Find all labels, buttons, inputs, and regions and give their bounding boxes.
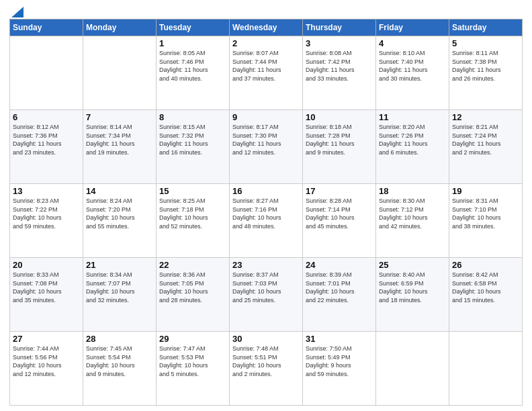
day-info: Sunrise: 8:40 AM Sunset: 6:59 PM Dayligh… — [379, 271, 446, 304]
day-info: Sunrise: 8:11 AM Sunset: 7:38 PM Dayligh… — [452, 49, 519, 83]
weekday-header-saturday: Saturday — [449, 19, 523, 36]
day-number: 18 — [379, 186, 446, 196]
day-info: Sunrise: 8:23 AM Sunset: 7:22 PM Dayligh… — [13, 197, 80, 230]
day-info: Sunrise: 8:10 AM Sunset: 7:40 PM Dayligh… — [379, 49, 446, 83]
weekday-header-row: SundayMondayTuesdayWednesdayThursdayFrid… — [10, 19, 523, 36]
calendar-cell: 19Sunrise: 8:31 AM Sunset: 7:10 PM Dayli… — [449, 184, 523, 258]
day-number: 16 — [232, 186, 300, 196]
calendar-cell: 30Sunrise: 7:48 AM Sunset: 5:51 PM Dayli… — [230, 332, 303, 406]
calendar-cell: 5Sunrise: 8:11 AM Sunset: 7:38 PM Daylig… — [449, 36, 523, 110]
day-info: Sunrise: 8:34 AM Sunset: 7:07 PM Dayligh… — [86, 271, 153, 304]
calendar-cell: 25Sunrise: 8:40 AM Sunset: 6:59 PM Dayli… — [376, 258, 449, 332]
day-info: Sunrise: 8:14 AM Sunset: 7:34 PM Dayligh… — [86, 123, 153, 156]
calendar-cell: 26Sunrise: 8:42 AM Sunset: 6:58 PM Dayli… — [449, 258, 523, 332]
calendar-cell: 12Sunrise: 8:21 AM Sunset: 7:24 PM Dayli… — [449, 110, 523, 184]
calendar-cell: 6Sunrise: 8:12 AM Sunset: 7:36 PM Daylig… — [10, 110, 83, 184]
day-number: 3 — [306, 38, 373, 48]
day-info: Sunrise: 8:07 AM Sunset: 7:44 PM Dayligh… — [232, 49, 300, 83]
weekday-header-friday: Friday — [376, 19, 449, 36]
calendar-cell: 17Sunrise: 8:28 AM Sunset: 7:14 PM Dayli… — [303, 184, 376, 258]
day-number: 30 — [232, 334, 300, 344]
day-number: 21 — [86, 260, 153, 270]
calendar-cell: 7Sunrise: 8:14 AM Sunset: 7:34 PM Daylig… — [83, 110, 157, 184]
weekday-header-sunday: Sunday — [10, 19, 83, 36]
day-info: Sunrise: 8:42 AM Sunset: 6:58 PM Dayligh… — [452, 271, 519, 304]
day-number: 27 — [13, 334, 80, 344]
day-number: 13 — [13, 186, 80, 196]
calendar-cell: 4Sunrise: 8:10 AM Sunset: 7:40 PM Daylig… — [376, 36, 449, 110]
calendar-cell: 29Sunrise: 7:47 AM Sunset: 5:53 PM Dayli… — [157, 332, 230, 406]
header — [9, 7, 523, 15]
calendar-cell: 22Sunrise: 8:36 AM Sunset: 7:05 PM Dayli… — [157, 258, 230, 332]
calendar-cell: 27Sunrise: 7:44 AM Sunset: 5:56 PM Dayli… — [10, 332, 83, 406]
day-info: Sunrise: 8:05 AM Sunset: 7:46 PM Dayligh… — [159, 49, 226, 83]
logo — [9, 7, 24, 15]
svg-marker-0 — [11, 7, 24, 17]
weekday-header-thursday: Thursday — [303, 19, 376, 36]
day-info: Sunrise: 8:18 AM Sunset: 7:28 PM Dayligh… — [306, 123, 373, 156]
day-info: Sunrise: 8:27 AM Sunset: 7:16 PM Dayligh… — [232, 197, 300, 230]
calendar-cell: 1Sunrise: 8:05 AM Sunset: 7:46 PM Daylig… — [157, 36, 230, 110]
day-number: 7 — [86, 112, 153, 122]
day-number: 2 — [232, 38, 300, 48]
day-info: Sunrise: 8:08 AM Sunset: 7:42 PM Dayligh… — [306, 49, 373, 83]
day-number: 8 — [159, 112, 226, 122]
calendar-cell — [83, 36, 157, 110]
day-info: Sunrise: 8:12 AM Sunset: 7:36 PM Dayligh… — [13, 123, 80, 156]
day-info: Sunrise: 8:20 AM Sunset: 7:26 PM Dayligh… — [379, 123, 446, 156]
calendar-cell: 8Sunrise: 8:15 AM Sunset: 7:32 PM Daylig… — [157, 110, 230, 184]
day-info: Sunrise: 7:47 AM Sunset: 5:53 PM Dayligh… — [159, 345, 226, 378]
day-number: 28 — [86, 334, 153, 344]
day-number: 22 — [159, 260, 226, 270]
calendar-cell — [10, 36, 83, 110]
calendar-cell: 24Sunrise: 8:39 AM Sunset: 7:01 PM Dayli… — [303, 258, 376, 332]
day-info: Sunrise: 8:17 AM Sunset: 7:30 PM Dayligh… — [232, 123, 300, 156]
day-number: 29 — [159, 334, 226, 344]
day-number: 10 — [306, 112, 373, 122]
day-number: 24 — [306, 260, 373, 270]
day-info: Sunrise: 8:24 AM Sunset: 7:20 PM Dayligh… — [86, 197, 153, 230]
day-number: 19 — [452, 186, 519, 196]
calendar-week-row: 6Sunrise: 8:12 AM Sunset: 7:36 PM Daylig… — [10, 110, 523, 184]
day-number: 9 — [232, 112, 300, 122]
calendar-cell: 18Sunrise: 8:30 AM Sunset: 7:12 PM Dayli… — [376, 184, 449, 258]
calendar-week-row: 1Sunrise: 8:05 AM Sunset: 7:46 PM Daylig… — [10, 36, 523, 110]
day-info: Sunrise: 7:45 AM Sunset: 5:54 PM Dayligh… — [86, 345, 153, 378]
calendar-cell: 21Sunrise: 8:34 AM Sunset: 7:07 PM Dayli… — [83, 258, 157, 332]
calendar-cell: 31Sunrise: 7:50 AM Sunset: 5:49 PM Dayli… — [303, 332, 376, 406]
day-number: 25 — [379, 260, 446, 270]
day-info: Sunrise: 8:33 AM Sunset: 7:08 PM Dayligh… — [13, 271, 80, 304]
day-number: 12 — [452, 112, 519, 122]
day-info: Sunrise: 7:44 AM Sunset: 5:56 PM Dayligh… — [13, 345, 80, 378]
day-info: Sunrise: 7:48 AM Sunset: 5:51 PM Dayligh… — [232, 345, 300, 378]
calendar-cell — [376, 332, 449, 406]
day-number: 26 — [452, 260, 519, 270]
calendar-cell: 2Sunrise: 8:07 AM Sunset: 7:44 PM Daylig… — [230, 36, 303, 110]
day-number: 11 — [379, 112, 446, 122]
day-info: Sunrise: 8:39 AM Sunset: 7:01 PM Dayligh… — [306, 271, 373, 304]
day-info: Sunrise: 8:37 AM Sunset: 7:03 PM Dayligh… — [232, 271, 300, 304]
weekday-header-tuesday: Tuesday — [157, 19, 230, 36]
day-info: Sunrise: 8:28 AM Sunset: 7:14 PM Dayligh… — [306, 197, 373, 230]
weekday-header-wednesday: Wednesday — [230, 19, 303, 36]
calendar-cell: 15Sunrise: 8:25 AM Sunset: 7:18 PM Dayli… — [157, 184, 230, 258]
day-info: Sunrise: 8:15 AM Sunset: 7:32 PM Dayligh… — [159, 123, 226, 156]
day-number: 20 — [13, 260, 80, 270]
day-number: 14 — [86, 186, 153, 196]
calendar-cell: 13Sunrise: 8:23 AM Sunset: 7:22 PM Dayli… — [10, 184, 83, 258]
calendar-table: SundayMondayTuesdayWednesdayThursdayFrid… — [9, 19, 523, 406]
day-info: Sunrise: 8:30 AM Sunset: 7:12 PM Dayligh… — [379, 197, 446, 230]
day-info: Sunrise: 8:21 AM Sunset: 7:24 PM Dayligh… — [452, 123, 519, 156]
day-number: 5 — [452, 38, 519, 48]
calendar-cell: 11Sunrise: 8:20 AM Sunset: 7:26 PM Dayli… — [376, 110, 449, 184]
day-number: 23 — [232, 260, 300, 270]
calendar-cell: 3Sunrise: 8:08 AM Sunset: 7:42 PM Daylig… — [303, 36, 376, 110]
calendar-cell: 9Sunrise: 8:17 AM Sunset: 7:30 PM Daylig… — [230, 110, 303, 184]
calendar-cell: 28Sunrise: 7:45 AM Sunset: 5:54 PM Dayli… — [83, 332, 157, 406]
day-number: 4 — [379, 38, 446, 48]
day-number: 15 — [159, 186, 226, 196]
logo-icon — [11, 5, 24, 17]
day-number: 17 — [306, 186, 373, 196]
calendar-cell: 16Sunrise: 8:27 AM Sunset: 7:16 PM Dayli… — [230, 184, 303, 258]
day-info: Sunrise: 8:31 AM Sunset: 7:10 PM Dayligh… — [452, 197, 519, 230]
